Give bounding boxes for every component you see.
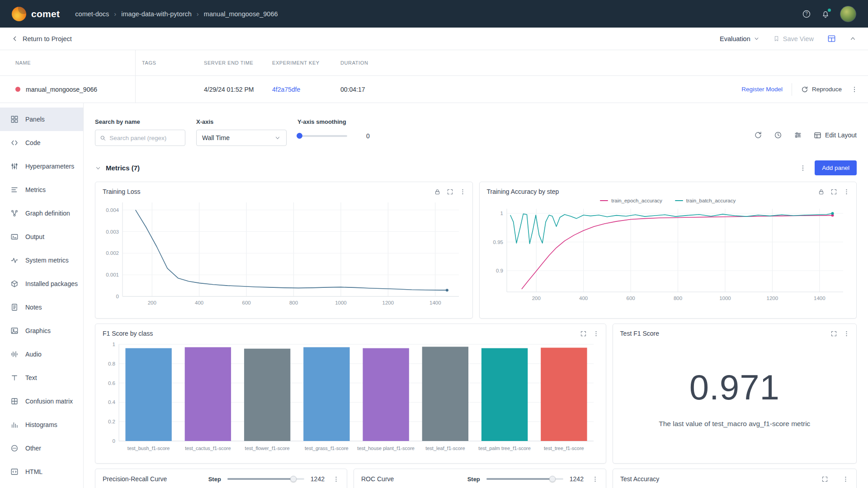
panel-more-menu-icon[interactable] <box>842 476 849 483</box>
expand-icon[interactable] <box>580 330 587 337</box>
sidebar-item-metrics[interactable]: Metrics <box>0 178 83 202</box>
help-icon[interactable]: ? <box>802 9 811 19</box>
svg-text:0.003: 0.003 <box>106 229 119 235</box>
reproduce-button[interactable]: Reproduce <box>801 86 842 93</box>
sub-header: Return to Project Evaluation Save View <box>0 28 868 50</box>
breadcrumb-project[interactable]: image-data-with-pytorch <box>121 10 192 18</box>
sidebar-item-label: System metrics <box>25 257 69 264</box>
training-accuracy-chart: 2004006008001000120014000.90.951 <box>484 205 850 304</box>
sidebar-item-code[interactable]: Code <box>0 131 83 155</box>
smoothing-label: Y-axis smoothing <box>297 118 370 125</box>
expand-icon[interactable] <box>830 188 837 195</box>
table-layout-icon[interactable] <box>827 34 836 43</box>
audio-icon <box>10 350 19 358</box>
refresh-icon[interactable] <box>754 131 762 139</box>
sidebar-item-output[interactable]: Output <box>0 225 83 249</box>
edit-layout-button[interactable]: Edit Layout <box>814 131 857 139</box>
svg-text:800: 800 <box>673 296 682 301</box>
sidebar-item-audio[interactable]: Audio <box>0 343 83 366</box>
sidebar-item-other[interactable]: Other <box>0 436 83 460</box>
experiment-key-link[interactable]: 4f2a75dfe <box>272 86 300 93</box>
smoothing-slider-knob[interactable] <box>297 133 302 139</box>
panel-more-menu-icon[interactable] <box>333 476 340 483</box>
panel-more-menu-icon[interactable] <box>459 188 466 195</box>
f1-score-bar-chart: 00.20.40.60.81test_bush_f1-scoretest_cac… <box>100 341 600 455</box>
hyperparameters-icon <box>10 162 19 170</box>
main-content: Search by name X-axis Wall Time Y-axis s… <box>84 103 868 488</box>
sidebar-item-label: Graph definition <box>25 210 70 217</box>
reproduce-label: Reproduce <box>812 86 842 93</box>
svg-text:0.004: 0.004 <box>106 207 119 213</box>
legend-label[interactable]: train_epoch_accuracy <box>611 198 662 203</box>
step-slider[interactable] <box>227 478 304 480</box>
add-panel-button[interactable]: Add panel <box>815 160 857 175</box>
column-name[interactable]: NAME <box>0 50 136 75</box>
svg-text:test_flower_f1-score: test_flower_f1-score <box>245 446 290 451</box>
metrics-collapse-icon[interactable] <box>95 165 101 171</box>
svg-text:400: 400 <box>579 296 588 301</box>
panels-icon <box>10 115 19 123</box>
breadcrumb-workspace[interactable]: comet-docs <box>75 10 109 18</box>
sidebar-item-hyperparameters[interactable]: Hyperparameters <box>0 155 83 178</box>
step-slider-knob[interactable] <box>290 476 297 482</box>
svg-text:0.002: 0.002 <box>106 250 119 256</box>
lock-icon[interactable] <box>818 188 825 195</box>
svg-text:0: 0 <box>113 438 115 444</box>
svg-text:test_bush_f1-score: test_bush_f1-score <box>127 446 170 451</box>
svg-text:200: 200 <box>532 296 540 301</box>
notifications-icon[interactable] <box>821 9 830 19</box>
auto-refresh-icon[interactable] <box>774 131 782 139</box>
panel-search <box>95 130 185 146</box>
row-more-menu-icon[interactable] <box>851 86 858 93</box>
sidebar-item-label: Histograms <box>25 421 57 428</box>
panel-more-menu-icon[interactable] <box>843 188 850 195</box>
metrics-more-menu-icon[interactable] <box>799 164 807 172</box>
sidebar-item-graph-definition[interactable]: Graph definition <box>0 202 83 225</box>
chart-settings-icon[interactable] <box>794 131 802 139</box>
column-server-end-time[interactable]: SERVER END TIME <box>204 60 272 66</box>
collapse-header-icon[interactable] <box>849 35 856 42</box>
experiment-name[interactable]: manual_mongoose_9066 <box>26 86 97 93</box>
sidebar-item-html[interactable]: HTML <box>0 460 83 483</box>
sidebar-item-panels[interactable]: Panels <box>0 108 83 131</box>
sidebar-item-label: Text <box>25 374 37 381</box>
svg-text:0.001: 0.001 <box>106 272 119 277</box>
column-duration[interactable]: DURATION <box>340 60 413 66</box>
expand-icon[interactable] <box>447 188 453 195</box>
column-experiment-key[interactable]: EXPERIMENT KEY <box>272 60 340 66</box>
sidebar-item-notes[interactable]: Notes <box>0 296 83 319</box>
sidebar-item-graphics[interactable]: Graphics <box>0 319 83 343</box>
lock-icon[interactable] <box>434 188 441 195</box>
sidebar-item-confusion-matrix[interactable]: Confusion matrix <box>0 389 83 413</box>
panel-more-menu-icon[interactable] <box>592 476 599 483</box>
f1-score-by-class-panel: F1 Score by class 00.20.40.60.81test_bus… <box>95 324 606 464</box>
sidebar-item-histograms[interactable]: Histograms <box>0 413 83 436</box>
xaxis-select[interactable]: Wall Time <box>196 130 287 146</box>
step-slider-knob[interactable] <box>549 476 556 482</box>
column-tags[interactable]: TAGS <box>136 60 204 66</box>
smoothing-slider[interactable] <box>297 135 347 137</box>
svg-text:1200: 1200 <box>766 296 778 301</box>
svg-text:600: 600 <box>242 300 251 305</box>
step-slider[interactable] <box>486 478 563 480</box>
legend-label[interactable]: train_batch_accuracy <box>686 198 736 203</box>
save-view-button[interactable]: Save View <box>773 35 814 42</box>
register-model-link[interactable]: Register Model <box>741 86 783 93</box>
sidebar-item-label: Output <box>25 233 44 240</box>
metrics-section-title[interactable]: Metrics (7) <box>106 164 140 172</box>
user-avatar[interactable] <box>840 6 856 22</box>
sidebar-item-system-metrics[interactable]: System metrics <box>0 249 83 272</box>
breadcrumb-experiment[interactable]: manual_mongoose_9066 <box>204 10 278 18</box>
comet-logo[interactable]: comet <box>12 7 60 21</box>
svg-text:test_palm tree_f1-score: test_palm tree_f1-score <box>478 446 531 451</box>
histograms-icon <box>10 421 19 429</box>
code-icon <box>10 139 19 147</box>
sidebar-item-installed-packages[interactable]: Installed packages <box>0 272 83 296</box>
return-to-project-link[interactable]: Return to Project <box>12 35 72 42</box>
sidebar-item-text[interactable]: Text <box>0 366 83 389</box>
evaluation-dropdown[interactable]: Evaluation <box>720 35 760 42</box>
expand-icon[interactable] <box>821 476 828 483</box>
panel-title: Training Loss <box>103 188 141 195</box>
search-input[interactable] <box>109 135 180 141</box>
panel-more-menu-icon[interactable] <box>593 330 599 337</box>
